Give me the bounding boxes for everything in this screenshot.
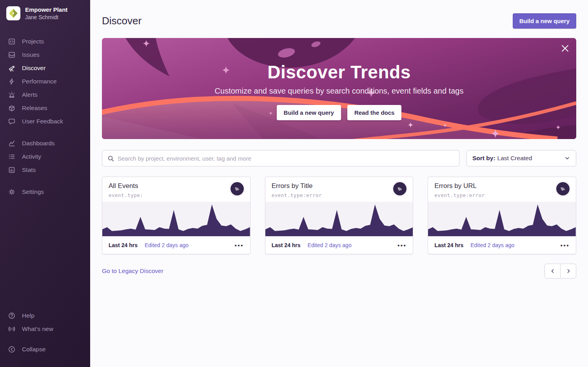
gear-icon [8,188,16,196]
pagination-prev-button[interactable] [544,264,561,278]
sidebar-item-activity[interactable]: Activity [0,150,90,163]
search-box [102,150,459,166]
sidebar-item-label: Releases [22,105,47,112]
sidebar-item-help[interactable]: Help [0,309,90,322]
broadcast-icon [8,325,16,333]
lightning-icon [8,78,16,85]
sidebar-item-issues[interactable]: Issues [0,48,90,61]
chevron-left-icon [550,268,556,274]
banner-close-button[interactable] [560,43,570,53]
saved-queries-grid: All Events event.type: Last 24 hrs Edite… [102,177,576,254]
sidebar-item-label: Collapse [22,346,45,353]
projects-icon [8,38,16,45]
legacy-discover-link[interactable]: Go to Legacy Discover [102,268,163,275]
sidebar-item-label: Help [22,312,34,319]
chevron-right-icon [565,268,572,274]
speech-bubble-icon [8,118,16,125]
collapse-icon [8,345,16,353]
sidebar-item-whats-new[interactable]: What’s new [0,322,90,336]
query-card-sparkline [265,202,413,236]
query-card-edited-link[interactable]: Edited 2 days ago [308,242,352,248]
query-card-sparkline [428,202,576,236]
sidebar-item-label: Issues [22,51,40,58]
sort-dropdown[interactable]: Sort by:Last Created [466,150,576,166]
query-card-errors-by-title[interactable]: Errors by Title event.type:error Last 24… [265,177,414,254]
sidebar: Empower Plant Jane Schmidt Projects Issu… [0,0,90,367]
box-icon [8,104,16,112]
close-icon [562,45,568,52]
sentry-avatar [556,182,570,195]
sidebar-item-user-feedback[interactable]: User Feedback [0,115,90,128]
sentry-avatar [230,182,244,195]
pagination-next-button[interactable] [560,264,576,278]
sentry-logo-icon [396,185,403,192]
sidebar-item-label: Projects [22,38,44,45]
banner-read-docs-button[interactable]: Read the docs [347,105,402,120]
help-icon [8,312,16,320]
sidebar-item-dashboards[interactable]: Dashboards [0,137,90,150]
sentry-logo-icon [559,185,566,192]
query-card-context-menu-button[interactable]: ••• [234,241,243,250]
chevron-down-icon [564,155,570,161]
query-card-period: Last 24 hrs [272,242,301,248]
search-icon [107,155,114,162]
query-card-context-menu-button[interactable]: ••• [397,241,407,250]
sidebar-item-label: Alerts [22,91,38,98]
sidebar-item-projects[interactable]: Projects [0,35,90,48]
query-card-all-events[interactable]: All Events event.type: Last 24 hrs Edite… [102,177,250,254]
sidebar-item-settings[interactable]: Settings [0,185,90,199]
banner-subtitle: Customize and save queries by search con… [215,87,464,96]
sidebar-item-label: Settings [22,188,44,195]
sidebar-item-label: User Feedback [22,118,63,125]
query-card-edited-link[interactable]: Edited 2 days ago [470,242,514,248]
sidebar-nav: Projects Issues Discover Performance Ale… [0,35,90,199]
sidebar-item-discover[interactable]: Discover [0,61,90,75]
build-new-query-button[interactable]: Build a new query [513,13,576,29]
discover-trends-banner: Discover Trends Customize and save queri… [102,38,576,139]
org-avatar [6,6,20,20]
line-chart-icon [8,139,16,147]
banner-title: Discover Trends [267,61,410,83]
sidebar-item-label: Performance [22,78,57,85]
org-switcher[interactable]: Empower Plant Jane Schmidt [0,0,90,25]
query-card-context-menu-button[interactable]: ••• [561,241,570,250]
sort-value: Last Created [497,155,532,161]
sidebar-item-label: Dashboards [22,140,55,147]
list-icon [8,153,16,161]
sidebar-item-performance[interactable]: Performance [0,75,90,88]
main-content: Discover Build a new query [90,0,588,367]
user-name: Jane Schmidt [25,14,67,21]
sentry-avatar [393,182,407,195]
query-card-title: Errors by URL [434,182,485,190]
org-name: Empower Plant [25,6,67,14]
telescope-icon [8,64,16,72]
banner-build-query-button[interactable]: Build a new query [277,105,341,120]
sidebar-item-alerts[interactable]: Alerts [0,88,90,101]
bar-chart-icon [8,166,16,174]
query-card-period: Last 24 hrs [434,242,463,248]
page-title: Discover [102,15,142,27]
sort-label: Sort by: [472,155,495,161]
sidebar-item-label: Stats [22,166,36,174]
query-card-query: event.type: [109,192,143,198]
sidebar-item-label: Discover [22,65,45,72]
siren-icon [8,91,16,99]
query-card-query: event.type:error [434,192,485,198]
sidebar-footer: Help What’s new Collapse [0,309,90,367]
pagination [544,264,576,278]
query-card-sparkline [102,202,250,236]
query-card-title: Errors by Title [272,182,322,190]
sidebar-item-releases[interactable]: Releases [0,101,90,115]
sidebar-collapse-button[interactable]: Collapse [0,343,90,356]
query-card-title: All Events [109,182,143,190]
sidebar-item-stats[interactable]: Stats [0,163,90,177]
query-card-edited-link[interactable]: Edited 2 days ago [145,242,189,248]
query-card-query: event.type:error [272,192,322,198]
sidebar-item-label: Activity [22,153,41,160]
sidebar-item-label: What’s new [22,325,53,333]
query-card-errors-by-url[interactable]: Errors by URL event.type:error Last 24 h… [428,177,576,254]
issues-icon [8,51,16,59]
query-card-period: Last 24 hrs [109,242,138,248]
search-input[interactable] [118,155,454,162]
sentry-logo-icon [234,185,241,192]
